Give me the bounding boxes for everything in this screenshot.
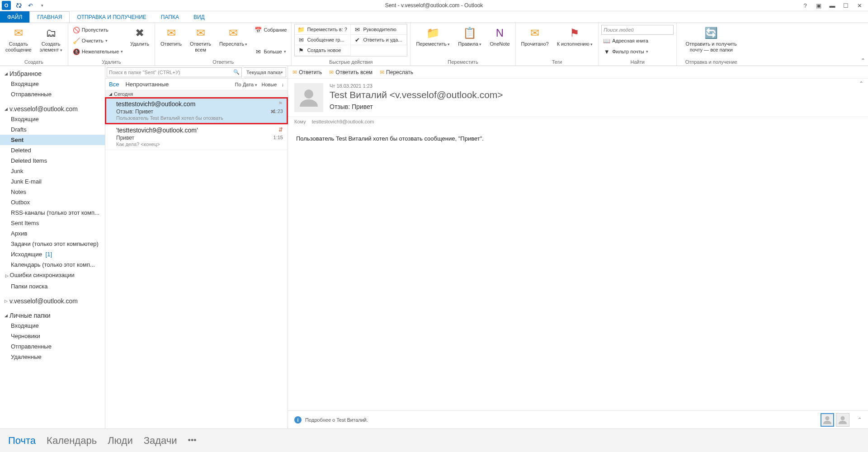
new-item-button[interactable]: 🗂 Создатьэлемент (37, 24, 65, 53)
filter-all[interactable]: Все (109, 81, 119, 88)
followup-button[interactable]: ⚑К исполнению (554, 24, 596, 47)
contact-avatar-1[interactable] (821, 413, 834, 427)
msg-preview: Пользователь Test Виталий хотел бы отозв… (116, 115, 283, 121)
nav-folder[interactable]: Архив (0, 228, 105, 239)
qat-undo-icon[interactable]: ↶ (26, 1, 34, 9)
tab-view[interactable]: ВИД (186, 11, 212, 23)
sort-by-dropdown[interactable]: По Дата (235, 82, 257, 87)
delete-icon[interactable]: ✖ (270, 108, 275, 115)
quick-manager[interactable]: ✉Руководителю (351, 24, 407, 35)
onenote-label: OneNote (490, 41, 509, 47)
tab-folder[interactable]: ПАПКА (154, 11, 186, 23)
address-book-button[interactable]: 📖Адресная книга (601, 36, 674, 46)
nav-tasks[interactable]: Задачи (144, 435, 177, 447)
move-button[interactable]: 📁Переместить (413, 24, 453, 47)
search-people-input[interactable]: Поиск людей (601, 25, 674, 35)
nav-folder[interactable]: Outbox (0, 197, 105, 207)
nav-folder[interactable]: Отправленные (0, 341, 105, 352)
account1-header[interactable]: ◢v.vesselof@outlook.com (0, 104, 105, 114)
local-folders-header[interactable]: ◢Личные папки (0, 311, 105, 320)
reply-all-button[interactable]: ✉Ответитьвсем (187, 24, 214, 53)
search-scope-dropdown[interactable]: Текущая папка (244, 67, 286, 77)
reading-reply-all-button[interactable]: ✉Ответить всем (329, 69, 373, 75)
junk-icon: 🚷 (73, 48, 80, 55)
nav-folder[interactable]: Sent Items (0, 218, 105, 228)
nav-folder[interactable]: Junk E-mail (0, 176, 105, 187)
caret-icon: ◢ (5, 71, 8, 76)
nav-folder[interactable]: Черновики (0, 331, 105, 341)
onenote-button[interactable]: NOneNote (487, 24, 512, 47)
nav-folder[interactable]: Календарь (только этот комп... (0, 259, 105, 270)
junk-button[interactable]: 🚷Нежелательные (71, 47, 125, 56)
group-header-today[interactable]: ◢Сегодня (105, 90, 288, 98)
account2-header[interactable]: ▷v.vesselof@outlook.com (0, 296, 105, 306)
sort-arrow-icon[interactable]: ↓ (282, 82, 284, 87)
folder-search-input[interactable]: Поиск в папке "Sent" (CTRL+У) 🔍 (107, 67, 242, 77)
filter-label: Фильтр почты (612, 49, 644, 54)
nav-more-icon[interactable]: ••• (188, 436, 197, 445)
nav-calendar[interactable]: Календарь (47, 435, 97, 447)
tab-send-receive[interactable]: ОТПРАВКА И ПОЛУЧЕНИЕ (70, 11, 153, 23)
favorites-header[interactable]: ◢Избранное (0, 69, 105, 79)
read-unread-button[interactable]: ✉Прочитано? (519, 24, 552, 47)
header-collapse-icon[interactable]: ⌃ (859, 80, 863, 87)
cleanup-button[interactable]: 🧹Очистить (71, 36, 125, 46)
meeting-button[interactable]: 📅Собрание (253, 25, 288, 35)
reply-button[interactable]: ✉Ответить (158, 24, 184, 47)
ignore-button[interactable]: 🚫Пропустить (71, 25, 125, 35)
search-icon[interactable]: 🔍 (233, 69, 240, 75)
nav-folder[interactable]: Deleted Items (0, 155, 105, 166)
reading-forward-button[interactable]: ✉Переслать (380, 69, 413, 75)
new-mail-button[interactable]: ✉ Создатьсообщение (3, 24, 34, 53)
tab-file[interactable]: ФАЙЛ (0, 11, 29, 23)
quick-steps-gallery[interactable]: 📁Переместить в: ? ✉Руководителю ✉Сообщен… (294, 24, 407, 56)
flag-icon[interactable]: ⚑ (278, 100, 283, 107)
nav-folder[interactable]: Входящие (0, 79, 105, 89)
nav-folder[interactable]: Папки поиска (0, 281, 105, 292)
quick-reply-delete[interactable]: ✔Ответить и уда... (351, 35, 407, 45)
help-icon[interactable]: ? (801, 1, 809, 9)
send-receive-all-button[interactable]: 🔄 Отправить и получитьпочту — все папки (679, 24, 743, 53)
tab-home[interactable]: ГЛАВНАЯ (29, 11, 70, 23)
move-label: Переместить (416, 41, 450, 47)
nav-folder[interactable]: Удаленные (0, 352, 105, 362)
nav-folder[interactable]: Junk (0, 166, 105, 176)
nav-folder[interactable]: Sent (0, 135, 105, 145)
qat-customize-icon[interactable] (38, 1, 46, 9)
nav-mail[interactable]: Почта (8, 435, 36, 447)
quick-new[interactable]: ⚑Создать новое (295, 45, 351, 56)
minimize-icon[interactable]: ▬ (828, 1, 836, 9)
nav-folder[interactable]: Входящие (0, 114, 105, 124)
delete-button[interactable]: ✖ Удалить (127, 24, 152, 47)
nav-folder[interactable]: ▷ Ошибки синхронизации (0, 270, 105, 281)
contact-avatar-2[interactable] (836, 413, 849, 427)
rules-button[interactable]: 📋Правила (455, 24, 484, 47)
people-pane-collapse-icon[interactable]: ⌃ (858, 417, 862, 423)
filter-mail-button[interactable]: ▼Фильтр почты (601, 47, 674, 56)
reading-reply-button[interactable]: ✉Ответить (292, 69, 322, 75)
nav-folder[interactable]: Отправленные (0, 89, 105, 99)
nav-folder[interactable]: Входящие (0, 320, 105, 331)
forward-button[interactable]: ✉Переслать (217, 24, 250, 47)
qat-send-receive-icon[interactable]: 🗘 (14, 1, 23, 9)
message-item[interactable]: 'testtestovich9@outlook.com' Привет Как … (105, 124, 288, 150)
sort-newest[interactable]: Новые (262, 82, 277, 87)
quick-team[interactable]: ✉Сообщение гр... (295, 35, 351, 45)
nav-people[interactable]: Люди (108, 435, 133, 447)
folder-pane[interactable]: ◢Избранное ВходящиеОтправленные ◢v.vesse… (0, 66, 105, 428)
nav-folder[interactable]: Drafts (0, 124, 105, 135)
close-icon[interactable]: ✕ (855, 1, 863, 9)
nav-folder[interactable]: Notes (0, 187, 105, 197)
nav-folder[interactable]: Исходящие [1] (0, 249, 105, 259)
to-label: Кому (294, 119, 306, 124)
nav-folder[interactable]: Задачи (только этот компьютер) (0, 239, 105, 249)
collapse-ribbon-icon[interactable]: ⌃ (861, 57, 865, 64)
quick-move-to[interactable]: 📁Переместить в: ? (295, 24, 351, 35)
ribbon-options-icon[interactable]: ▣ (815, 1, 823, 9)
filter-unread[interactable]: Непрочитанные (125, 81, 169, 88)
maximize-icon[interactable]: ☐ (842, 1, 850, 9)
message-item[interactable]: testtestovich9@outlook.com Отзыв: Привет… (105, 98, 288, 124)
nav-folder[interactable]: RSS-каналы (только этот комп... (0, 207, 105, 218)
nav-folder[interactable]: Deleted (0, 145, 105, 155)
more-respond-button[interactable]: ✉Больше (253, 47, 288, 56)
